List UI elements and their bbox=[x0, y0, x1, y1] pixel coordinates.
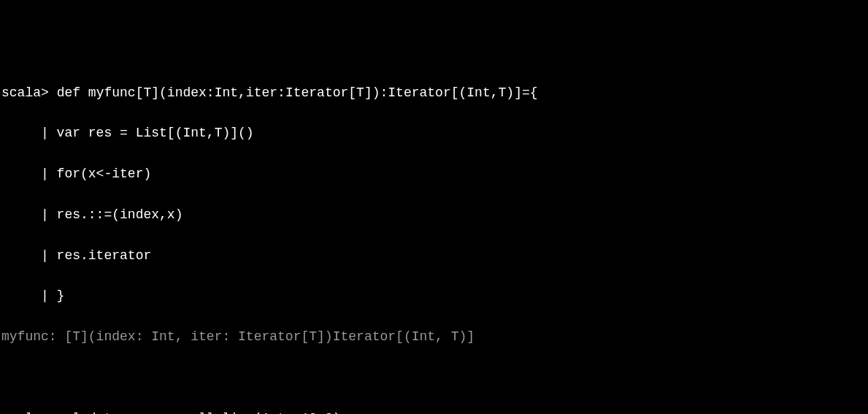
repl-output: myfunc: [T](index: Int, iter: Iterator[T… bbox=[1, 327, 867, 348]
repl-continuation: | res.iterator bbox=[1, 246, 867, 267]
repl-continuation: | var res = List[(Int,T)]() bbox=[1, 123, 867, 144]
repl-continuation: | res.::=(index,x) bbox=[1, 205, 867, 226]
blank-line bbox=[1, 368, 867, 388]
repl-prompt: scala> bbox=[1, 411, 57, 414]
repl-line-1: scala> def myfunc[T](index:Int,iter:Iter… bbox=[1, 83, 867, 104]
repl-prompt: scala> bbox=[1, 85, 57, 100]
repl-input: val data = sc.parallelize(1 to 10,3) bbox=[57, 411, 341, 414]
repl-continuation: | for(x<-iter) bbox=[1, 164, 867, 185]
repl-line-2: scala> val data = sc.parallelize(1 to 10… bbox=[1, 409, 867, 414]
repl-input: def myfunc[T](index:Int,iter:Iterator[T]… bbox=[57, 85, 538, 100]
repl-continuation: | } bbox=[1, 286, 867, 307]
